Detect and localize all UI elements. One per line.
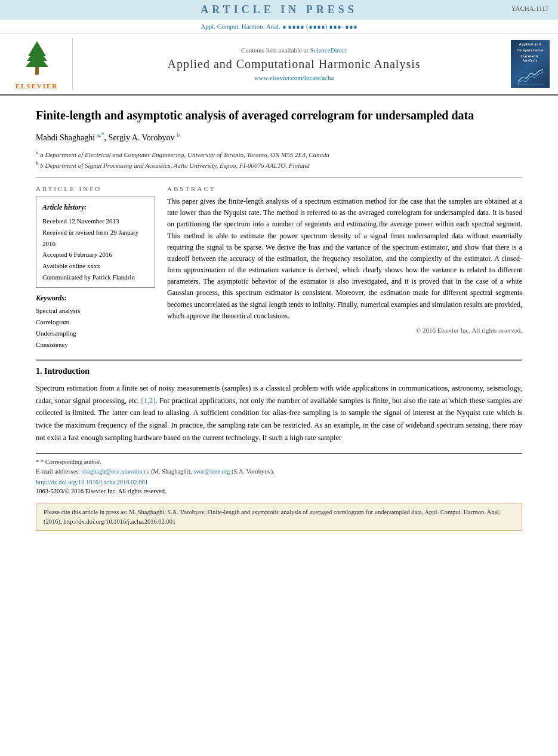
banner-text: ARTICLE IN PRESS [201, 4, 357, 16]
keyword-3: Undersampling [36, 328, 155, 339]
keyword-2: Correlogram [36, 316, 155, 328]
author-mahdi-affil: a,* [97, 131, 104, 138]
corresponding-author-note: * * Corresponding author. [36, 457, 522, 467]
affiliations: a a Department of Electrical and Compute… [36, 149, 522, 170]
authors-line: Mahdi Shaghaghi a,*, Sergiy A. Vorobyov … [36, 131, 522, 143]
science-direct-line: Contents lists available at ScienceDirec… [241, 47, 347, 54]
journal-title-area: Contents lists available at ScienceDirec… [79, 38, 509, 90]
issn-line: 1063-5203/© 2016 Elsevier Inc. All right… [36, 488, 522, 494]
received-revised-date: Received in revised form 29 January 2016 [42, 227, 149, 249]
author-mahdi: Mahdi Shaghaghi [36, 133, 95, 142]
yacha-id: YACHA:1117 [511, 5, 548, 12]
keywords-title: Keywords: [36, 294, 155, 303]
article-info-box: Article history: Received 12 November 20… [36, 196, 155, 288]
affiliation-a: a a Department of Electrical and Compute… [36, 149, 522, 159]
keyword-4: Consistency [36, 339, 155, 351]
contents-available-text: Contents lists available at [241, 47, 309, 54]
paper-title: Finite-length and asymptotic analysis of… [36, 107, 522, 123]
communicated-by: Communicated by Patrick Flandrin [42, 272, 149, 283]
separator-line-1 [36, 177, 522, 178]
doi-line: http://dx.doi.org/10.1016/j.acha.2016.02… [36, 479, 522, 485]
elsevier-logo: ELSEVIER [7, 38, 73, 90]
journal-url[interactable]: www.elsevier.com/locate/acha [254, 74, 334, 81]
available-online: Available online xxxx [42, 260, 149, 272]
intro-section-title: 1. Introduction [36, 367, 522, 376]
accepted-date: Accepted 6 February 2016 [42, 249, 149, 260]
email-link-1[interactable]: shaghagh@ece.utoronto.ca [82, 468, 149, 475]
received-date: Received 12 November 2013 [42, 216, 149, 227]
journal-header: ELSEVIER Contents lists available at Sci… [0, 33, 558, 96]
citation-box: Please cite this article in press as: M.… [36, 503, 522, 531]
intro-paragraph-1: Spectrum estimation from a finite set of… [36, 382, 522, 444]
doi-link[interactable]: http://dx.doi.org/10.1016/j.acha.2016.02… [36, 479, 148, 485]
separator-double [36, 359, 522, 361]
elsevier-brand-text: ELSEVIER [16, 82, 58, 90]
article-info-abstract-cols: ARTICLE INFO Article history: Received 1… [36, 185, 522, 350]
abstract-header: ABSTRACT [167, 185, 522, 192]
article-info-header: ARTICLE INFO [36, 185, 155, 192]
article-history-title: Article history: [42, 201, 149, 213]
abstract-text: This paper gives the finite-length analy… [167, 196, 522, 322]
author-2-footnote: (S.A. Vorobyov). [232, 468, 275, 475]
journal-ref-text: Appl. Comput. Harmon. Anal. ∎ ∎∎∎∎ (∎∎∎∎… [201, 23, 357, 30]
email-footnote: E-mail addresses: shaghagh@ece.utoronto.… [36, 467, 522, 477]
keyword-1: Spectral analysis [36, 305, 155, 316]
affiliation-b: b b Department of Signal Processing and … [36, 159, 522, 170]
author-sergiy: Sergiy A. Vorobyov [109, 133, 175, 142]
star-label: * [36, 459, 39, 465]
copyright-line: © 2016 Elsevier Inc. All rights reserved… [167, 327, 522, 334]
email-link-2[interactable]: svor@ieee.org [193, 468, 230, 475]
article-info-column: ARTICLE INFO Article history: Received 1… [36, 185, 155, 350]
author-1-footnote: (M. Shaghaghi), [151, 468, 192, 475]
paper-content: Finite-length and asymptotic analysis of… [0, 96, 558, 543]
journal-reference-line: Appl. Comput. Harmon. Anal. ∎ ∎∎∎∎ (∎∎∎∎… [0, 20, 558, 33]
abstract-column: ABSTRACT This paper gives the finite-len… [167, 185, 522, 350]
author-sergiy-affil: b [177, 131, 180, 138]
keywords-section: Keywords: Spectral analysis Correlogram … [36, 294, 155, 350]
cover-box: Applied and Computational Harmonic Analy… [511, 40, 550, 88]
journal-cover-thumbnail: Applied and Computational Harmonic Analy… [509, 38, 551, 90]
journal-full-title: Applied and Computational Harmonic Analy… [167, 56, 420, 72]
science-direct-link[interactable]: ScienceDirect [310, 47, 347, 54]
elsevier-tree-icon [16, 38, 58, 80]
article-in-press-banner: ARTICLE IN PRESS YACHA:1117 [0, 0, 558, 20]
footnote-area: * * Corresponding author. E-mail address… [36, 453, 522, 494]
reference-1-2[interactable]: [1,2] [141, 397, 156, 405]
